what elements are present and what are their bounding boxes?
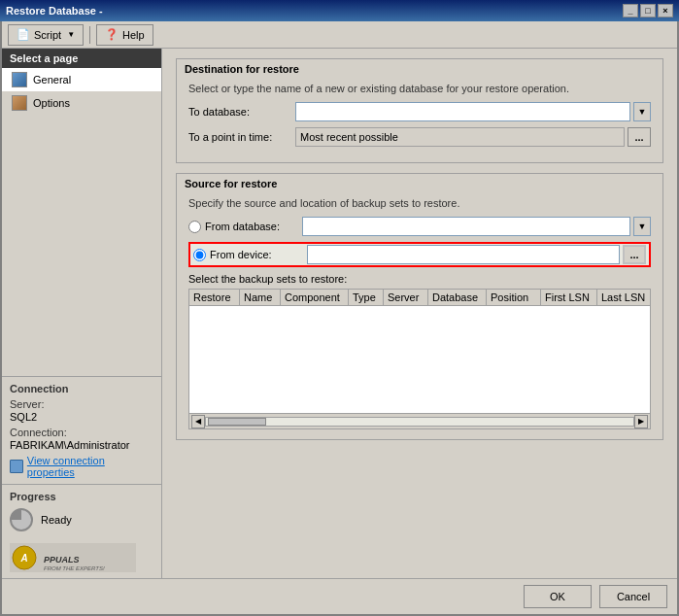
ok-button[interactable]: OK: [524, 585, 592, 608]
backup-sets-label: Select the backup sets to restore:: [188, 273, 651, 285]
right-panel: Destination for restore Select or type t…: [162, 49, 677, 578]
sidebar-item-general[interactable]: General: [2, 68, 161, 91]
destination-desc: Select or type the name of a new or exis…: [188, 83, 651, 94]
source-section: Source for restore Specify the source an…: [176, 173, 663, 440]
maximize-button[interactable]: □: [640, 4, 656, 17]
to-point-in-time-input-wrap: ...: [295, 127, 651, 147]
progress-status: Ready: [41, 514, 72, 526]
destination-section: Destination for restore Select or type t…: [176, 58, 663, 163]
source-title: Source for restore: [177, 174, 662, 191]
table-header: Restore Name Component Type Server Datab…: [189, 290, 650, 306]
progress-header: Progress: [10, 491, 153, 502]
backup-table-wrap: Restore Name Component Type Server Datab…: [188, 289, 651, 429]
to-point-in-time-row: To a point in time: ...: [188, 127, 651, 147]
col-server: Server: [384, 290, 428, 305]
script-button[interactable]: 📄 Script ▼: [8, 24, 84, 46]
server-label: Server:: [10, 398, 153, 410]
from-device-input-wrap: ...: [307, 245, 646, 264]
col-restore: Restore: [189, 290, 240, 305]
sidebar-item-options-label: Options: [33, 97, 70, 109]
from-database-dropdown[interactable]: ▼: [633, 217, 651, 236]
sidebar-item-options[interactable]: Options: [2, 91, 161, 115]
col-first-lsn: First LSN: [541, 290, 597, 305]
title-bar: Restore Database - _ □ ×: [0, 0, 679, 21]
left-spacer: [2, 115, 161, 376]
view-connection-properties-label: View connection properties: [27, 455, 153, 478]
title-bar-text: Restore Database -: [6, 5, 623, 17]
script-dropdown-arrow: ▼: [67, 30, 75, 39]
connection-section: Connection Server: SQL2 Connection: FABR…: [2, 376, 161, 484]
table-scrollbar: ◀ ▶: [189, 413, 650, 428]
close-button[interactable]: ×: [658, 4, 673, 17]
from-device-input[interactable]: [307, 245, 620, 264]
from-device-ellipsis[interactable]: ...: [623, 245, 646, 264]
source-content: Specify the source and location of backu…: [177, 191, 662, 439]
select-page-header: Select a page: [2, 49, 161, 68]
svg-text:FROM THE EXPERTS!: FROM THE EXPERTS!: [44, 565, 105, 571]
to-database-input[interactable]: [295, 102, 630, 121]
to-database-label: To database:: [188, 106, 295, 118]
col-component: Component: [281, 290, 349, 305]
col-name: Name: [240, 290, 281, 305]
from-database-input[interactable]: [302, 217, 630, 236]
script-icon: 📄: [17, 28, 30, 41]
server-value: SQL2: [10, 411, 153, 423]
left-panel: Select a page General Options Connection…: [2, 49, 162, 578]
from-database-row: From database: ▼: [188, 217, 651, 236]
progress-spinner: [10, 508, 33, 531]
options-icon: [12, 95, 27, 111]
title-bar-controls: _ □ ×: [623, 4, 673, 17]
sidebar-item-general-label: General: [33, 74, 71, 86]
from-database-input-wrap: ▼: [302, 217, 651, 236]
table-body: [189, 306, 650, 413]
connection-header: Connection: [10, 383, 153, 394]
help-button[interactable]: ❓ Help: [96, 24, 153, 46]
destination-title: Destination for restore: [177, 59, 662, 77]
help-icon: ❓: [105, 28, 119, 41]
from-device-radio[interactable]: [193, 249, 206, 261]
dialog: 📄 Script ▼ ❓ Help Select a page General …: [0, 21, 679, 616]
scroll-right-arrow[interactable]: ▶: [634, 415, 648, 428]
general-icon: [12, 72, 27, 87]
col-type: Type: [349, 290, 384, 305]
cancel-button[interactable]: Cancel: [599, 585, 667, 608]
connection-label: Connection:: [10, 427, 153, 438]
svg-text:A: A: [19, 553, 27, 564]
to-point-in-time-label: To a point in time:: [188, 131, 295, 143]
horizontal-scrollbar-track[interactable]: [205, 417, 634, 427]
minimize-button[interactable]: _: [623, 4, 638, 17]
to-database-dropdown[interactable]: ▼: [633, 102, 651, 121]
from-database-radio[interactable]: [188, 221, 201, 233]
horizontal-scrollbar-thumb[interactable]: [208, 418, 266, 426]
to-point-in-time-ellipsis[interactable]: ...: [628, 127, 651, 147]
col-last-lsn: Last LSN: [597, 290, 650, 305]
scroll-left-arrow[interactable]: ◀: [191, 415, 205, 428]
to-point-in-time-input: [295, 127, 625, 147]
progress-section: Progress Ready: [2, 484, 161, 537]
from-device-label: From device:: [210, 249, 307, 260]
svg-text:PPUALS: PPUALS: [44, 555, 80, 565]
col-database: Database: [428, 290, 487, 305]
link-icon: [10, 460, 23, 473]
destination-content: Select or type the name of a new or exis…: [177, 77, 662, 162]
col-position: Position: [487, 290, 541, 305]
connection-value: FABRIKAM\Administrator: [10, 439, 153, 451]
progress-row: Ready: [10, 508, 153, 531]
source-desc: Specify the source and location of backu…: [188, 197, 651, 209]
to-database-input-wrap: ▼: [295, 102, 651, 121]
to-database-row: To database: ▼: [188, 102, 651, 121]
dialog-footer: OK Cancel: [2, 578, 677, 614]
from-device-row: From device: ...: [188, 242, 651, 267]
toolbar-separator: [89, 26, 90, 44]
appuals-logo: A PPUALS FROM THE EXPERTS!: [10, 543, 136, 572]
from-database-label: From database:: [205, 221, 302, 232]
view-connection-properties-link[interactable]: View connection properties: [10, 455, 153, 478]
toolbar: 📄 Script ▼ ❓ Help: [2, 21, 677, 49]
bottom-logo-area: A PPUALS FROM THE EXPERTS!: [2, 537, 161, 578]
dialog-body: Select a page General Options Connection…: [2, 49, 677, 578]
